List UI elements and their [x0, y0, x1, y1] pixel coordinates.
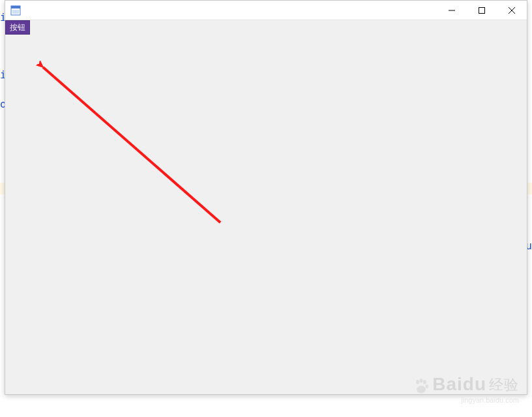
minimize-button[interactable] — [437, 1, 467, 20]
maximize-button[interactable] — [467, 1, 497, 20]
svg-rect-4 — [479, 8, 485, 14]
watermark-product: 经验 — [489, 375, 519, 395]
svg-point-11 — [426, 384, 428, 388]
client-area: 按钮 — [5, 20, 527, 394]
svg-point-8 — [416, 380, 419, 384]
watermark-url: jingyan.baidu.com — [413, 396, 519, 404]
window-controls — [437, 1, 527, 20]
watermark-brand: Baidu — [432, 374, 486, 395]
watermark: Baidu 经验 jingyan.baidu.com — [413, 374, 519, 404]
app-window: 按钮 — [5, 0, 527, 395]
annotation-arrow-icon — [25, 46, 233, 236]
svg-line-7 — [43, 67, 220, 223]
paw-icon — [413, 378, 430, 395]
close-button[interactable] — [497, 1, 527, 20]
titlebar[interactable] — [5, 1, 527, 20]
svg-point-10 — [423, 380, 426, 384]
svg-point-9 — [420, 378, 423, 383]
demo-button[interactable]: 按钮 — [5, 20, 30, 35]
svg-rect-2 — [12, 10, 19, 14]
app-icon — [10, 5, 21, 16]
svg-rect-1 — [11, 6, 20, 8]
